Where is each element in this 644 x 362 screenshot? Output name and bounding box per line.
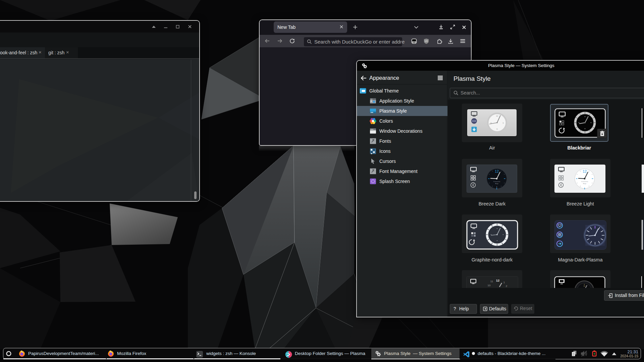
svg-text:12: 12	[496, 279, 500, 282]
svg-text:Community: Community	[581, 181, 588, 182]
svg-text:Beige: Beige	[495, 183, 498, 184]
svg-text:12: 12	[583, 285, 585, 287]
svg-text:UO: UO	[425, 40, 428, 42]
svg-text:12: 12	[496, 115, 498, 117]
svg-text:Beige: Beige	[583, 183, 586, 184]
svg-text:12: 12	[495, 169, 499, 173]
svg-text:10: 10	[488, 284, 491, 287]
svg-text:Community: Community	[493, 181, 500, 182]
svg-text:11: 11	[490, 280, 493, 283]
svg-text:2: 2	[506, 285, 507, 288]
svg-text:12: 12	[583, 169, 587, 173]
svg-text:1: 1	[503, 281, 505, 284]
